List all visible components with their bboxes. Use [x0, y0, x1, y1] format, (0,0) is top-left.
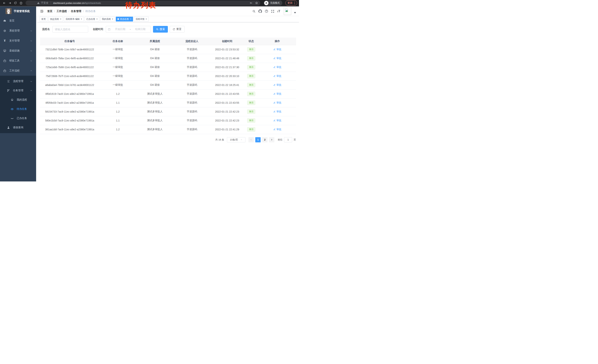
date-range-picker[interactable]: 开始日期 - 结束日期: [106, 26, 151, 32]
approve-button[interactable]: 审批: [273, 74, 282, 78]
cell-task-id: 381aa1dd-7ac8-11ec-a9e2-a2380e71991a: [40, 125, 99, 134]
fullscreen-icon[interactable]: [271, 10, 274, 13]
cell-created: 2022-01-21 22:43:55: [210, 98, 244, 107]
warning-icon: [37, 2, 40, 4]
approve-button[interactable]: 审批: [273, 48, 282, 51]
sidebar-item-已办任务[interactable]: 已办任务: [0, 114, 36, 123]
breadcrumb-task-mgmt[interactable]: 任务管理: [71, 10, 81, 13]
tab-发起流程[interactable]: 发起流程×: [48, 17, 63, 22]
sidebar-collapse-icon[interactable]: [40, 9, 43, 13]
sidebar-item-系统管理[interactable]: 系统管理: [0, 26, 36, 36]
app-logo-row[interactable]: 芋道管理系统: [0, 7, 36, 16]
search-icon[interactable]: [252, 10, 256, 13]
approve-button[interactable]: 审批: [273, 92, 282, 96]
tab-我的流程[interactable]: 我的流程×: [100, 17, 115, 22]
cell-created: 2022-01-22 18:25:41: [210, 81, 244, 89]
table-row: 8f059c03-7ac8-11ec-a9e2-a2380e71991a1.1测…: [40, 98, 296, 107]
breadcrumb-home[interactable]: 首页: [47, 10, 52, 13]
calendar-icon: [108, 28, 111, 31]
sidebar-item-支付管理[interactable]: ¥支付管理: [0, 36, 36, 46]
search-button[interactable]: 搜索: [153, 26, 168, 32]
sidebar-item-label: 系统管理: [9, 29, 30, 32]
approve-button[interactable]: 审批: [273, 110, 282, 113]
close-icon[interactable]: ×: [146, 18, 147, 20]
cell-task-id: 73211d9d-7b9b-11ec-b5b7-acde48001122: [40, 45, 99, 54]
sidebar-item-任务管理[interactable]: 任务管理: [0, 86, 36, 95]
sidebar-item-请假查询[interactable]: 请假查询: [0, 123, 36, 132]
approve-button[interactable]: 审批: [273, 119, 282, 122]
breadcrumb: 首页 / 工作流程 / 任务管理 / 待办任务: [47, 10, 96, 13]
password-key-icon[interactable]: [249, 1, 252, 4]
search-button-icon: [156, 28, 158, 31]
browser-back-button[interactable]: [2, 0, 7, 5]
sidebar-item-基础设施[interactable]: 基础设施: [0, 46, 36, 56]
tab-流程表单-编辑[interactable]: 流程表单-编辑×: [64, 17, 84, 22]
page-size-select[interactable]: 10条/页: [227, 137, 245, 142]
cell-task-id: 8f059c03-7ac8-11ec-a9e2-a2380e71991a: [40, 98, 99, 107]
status-badge: 激活: [247, 101, 255, 105]
approve-button[interactable]: 审批: [273, 101, 282, 105]
page-button-1[interactable]: 1: [255, 137, 261, 142]
close-icon[interactable]: ×: [130, 18, 131, 20]
app-title: 芋道管理系统: [14, 9, 30, 13]
prev-page-button[interactable]: [249, 137, 254, 142]
approve-button[interactable]: 审批: [273, 83, 282, 87]
close-icon[interactable]: ×: [112, 18, 113, 20]
url-path: /bpm/task/todo: [84, 2, 101, 4]
chevron-down-icon: [30, 80, 33, 83]
browser-update-button[interactable]: 更新: [285, 0, 297, 6]
cell-created: 2022-01-21 22:43:55: [210, 89, 244, 98]
tab-待办任务[interactable]: 待办任务×: [116, 17, 133, 22]
start-date-placeholder[interactable]: 开始日期: [112, 28, 129, 31]
next-page-button[interactable]: [269, 137, 274, 142]
close-icon[interactable]: ×: [96, 18, 98, 20]
font-size-icon[interactable]: TT: [277, 10, 280, 13]
process-name-input[interactable]: [52, 26, 88, 32]
sidebar-item-label: 任务管理: [13, 89, 30, 92]
avatar-caret-icon[interactable]: [294, 12, 296, 14]
tab-已办任务[interactable]: 已办任务×: [85, 17, 99, 22]
table-row: 725a1eb6-7b88-11ec-8ef0-acde48001122一级审批…: [40, 63, 296, 72]
cell-task-id: a6aba0a4-7b6d-11ec-b781-acde48001122: [40, 81, 99, 89]
browser-forward-button[interactable]: [8, 0, 12, 5]
goto-page-input[interactable]: [284, 137, 292, 142]
table-header-row: 任务编号任务名称所属流程流程发起人创建时间状态操作: [40, 38, 296, 45]
cell-created: 2022-01-22 23:53:32: [210, 45, 244, 54]
tab-首页[interactable]: 首页: [40, 17, 47, 22]
browser-menu-icon[interactable]: [294, 2, 295, 4]
close-icon[interactable]: ×: [60, 18, 61, 20]
sidebar-item-研发工具[interactable]: 研发工具: [0, 56, 36, 66]
sidebar-item-首页[interactable]: 首页: [0, 16, 36, 26]
close-icon[interactable]: ×: [81, 18, 82, 20]
browser-reload-button[interactable]: [13, 0, 18, 5]
todo-task-table: 任务编号任务名称所属流程流程发起人创建时间状态操作 73211d9d-7b9b-…: [40, 38, 296, 134]
table-row: a6aba0a4-7b6d-11ec-b781-acde48001122一级审批…: [40, 81, 296, 89]
github-icon[interactable]: [258, 9, 262, 13]
sidebar-item-待办任务[interactable]: 待办任务: [0, 105, 36, 114]
tab-流程详情[interactable]: 流程详情×: [134, 17, 149, 22]
reset-button[interactable]: 重置: [170, 26, 184, 32]
bookmark-star-icon[interactable]: [255, 1, 258, 4]
cell-process: 测试多审批人: [136, 125, 173, 134]
help-icon[interactable]: [265, 9, 268, 13]
breadcrumb-workflow[interactable]: 工作流程: [57, 10, 67, 13]
address-bar[interactable]: 不安全 dashboard.yudao.iocoder.cn/bpm/task/…: [25, 0, 260, 5]
cell-task-name: 一级审批: [99, 63, 136, 72]
table-row: 75d72608-7b7f-11ec-a3c8-acde48001122一级审批…: [40, 72, 296, 81]
cell-created: 2022-01-22 21:37:30: [210, 63, 244, 72]
approve-button[interactable]: 审批: [273, 57, 282, 60]
sidebar-item-label: 我的流程: [17, 98, 36, 101]
approve-button[interactable]: 审批: [273, 65, 282, 69]
avatar[interactable]: [284, 8, 291, 15]
cell-starter: 芋道源码: [173, 72, 210, 81]
incognito-badge: 无痕模式: [264, 0, 282, 6]
approve-button[interactable]: 审批: [273, 128, 282, 131]
sidebar-item-工作流程[interactable]: 工作流程: [0, 66, 36, 76]
sidebar-item-流程管理[interactable]: 流程管理: [0, 77, 36, 86]
browser-home-button[interactable]: [18, 0, 23, 5]
chevron-down-icon: [30, 50, 33, 52]
end-date-placeholder[interactable]: 结束日期: [132, 28, 149, 31]
sidebar-item-我的流程[interactable]: 我的流程: [0, 95, 36, 105]
page-button-2[interactable]: 2: [262, 137, 267, 142]
security-chip[interactable]: 不安全: [37, 1, 49, 5]
